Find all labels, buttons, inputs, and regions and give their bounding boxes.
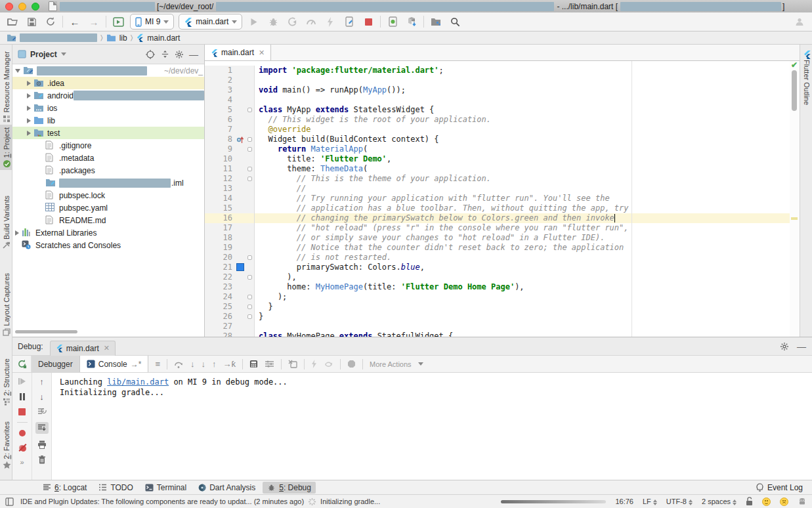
tree-item-external-libraries[interactable]: External Libraries <box>12 226 204 239</box>
resume-icon[interactable] <box>18 377 27 386</box>
code-line-1[interactable]: 1import 'package:flutter/material.dart'; <box>205 66 800 75</box>
code-line-10[interactable]: 10 title: 'Flutter Demo', <box>205 154 800 164</box>
profile-icon[interactable] <box>792 14 807 29</box>
status-message[interactable]: IDE and Plugin Updates: The following co… <box>20 497 304 505</box>
code-line-6[interactable]: 6 // This widget is the root of your app… <box>205 115 800 125</box>
locate-icon[interactable] <box>145 49 156 60</box>
code-line-11[interactable]: 11 theme: ThemeData( <box>205 164 800 174</box>
code-line-17[interactable]: 17 // "hot reload" (press "r" in the con… <box>205 223 800 233</box>
code-line-27[interactable]: 27 <box>205 322 800 331</box>
device-selector[interactable]: MI 9 <box>130 14 174 30</box>
tree-item-scratches-and-consoles[interactable]: Scratches and Consoles <box>12 239 204 251</box>
expand-arrow-icon[interactable] <box>27 118 31 123</box>
hide-icon[interactable]: — <box>796 341 807 352</box>
tree-item-project-root[interactable]: ~/dev/dev_ <box>12 64 204 77</box>
fold-marker-icon[interactable] <box>247 137 252 142</box>
avd-manager-icon[interactable] <box>385 14 400 29</box>
fold-marker-icon[interactable] <box>247 275 252 280</box>
expand-arrow-icon[interactable] <box>27 93 31 98</box>
crumb-lib[interactable]: lib <box>119 33 127 43</box>
stripe-button-resource-manager[interactable]: Resource Manager <box>0 49 12 125</box>
console-file-link[interactable]: lib/main.dart <box>107 377 169 387</box>
tab-console[interactable]: Console →* <box>80 356 149 372</box>
code-line-7[interactable]: 7 @override <box>205 125 800 135</box>
code-line-19[interactable]: 19 // Notice that the counter didn't res… <box>205 243 800 253</box>
step-over-icon[interactable] <box>174 360 184 368</box>
code-line-13[interactable]: 13 // <box>205 184 800 194</box>
down-stack-icon[interactable]: ↓ <box>37 392 47 401</box>
clear-all-icon[interactable] <box>37 455 47 464</box>
show-execution-point-icon[interactable]: ≡ <box>155 359 160 369</box>
stripe-button-2-favorites[interactable]: 2: Favorites <box>0 419 12 471</box>
expand-arrow-icon[interactable] <box>27 81 31 86</box>
code-line-12[interactable]: 12 // This is the theme of your applicat… <box>205 174 800 184</box>
step-out-icon[interactable]: ↑ <box>212 359 217 369</box>
pause-icon[interactable] <box>18 392 27 401</box>
rerun-icon[interactable] <box>12 356 32 372</box>
crumb-file[interactable]: main.dart <box>147 33 180 43</box>
project-title[interactable]: Project <box>30 50 57 59</box>
expand-arrow-icon[interactable] <box>27 106 31 111</box>
code-line-3[interactable]: 3void main() => runApp(MyApp()); <box>205 85 800 95</box>
layout-settings-icon[interactable] <box>265 360 274 368</box>
flutter-attach-icon[interactable] <box>347 360 356 368</box>
zoom-window-button[interactable] <box>32 3 39 11</box>
editor-body[interactable]: 1import 'package:flutter/material.dart';… <box>205 61 800 337</box>
attach-debugger-icon[interactable] <box>285 14 299 29</box>
hot-restart-icon[interactable] <box>324 360 333 368</box>
happy-face-icon[interactable] <box>762 497 771 506</box>
up-stack-icon[interactable]: ↑ <box>37 377 47 386</box>
status-progress-text[interactable]: Initializing gradle... <box>320 497 380 505</box>
expand-arrow-icon[interactable] <box>15 69 20 73</box>
code-line-21[interactable]: 21 primarySwatch: Colors.blue, <box>205 263 800 272</box>
horizontal-scrollbar[interactable] <box>15 330 77 333</box>
more-chevrons-icon[interactable]: » <box>18 457 27 467</box>
run-config-selector[interactable]: main.dart <box>179 14 242 30</box>
console-output[interactable]: Launching lib/main.dart on MI 9 in debug… <box>52 373 812 482</box>
sad-face-icon[interactable] <box>780 497 788 506</box>
expand-arrow-icon[interactable] <box>15 230 19 236</box>
stop-icon[interactable] <box>361 14 375 29</box>
hot-reload-icon[interactable] <box>323 14 337 29</box>
tree-item-.packages[interactable]: .packages <box>12 164 204 177</box>
view-breakpoints-icon[interactable] <box>18 429 27 438</box>
code-line-2[interactable]: 2 <box>205 75 800 85</box>
fold-marker-icon[interactable] <box>247 108 252 112</box>
code-line-4[interactable]: 4 <box>205 95 800 105</box>
project-structure-icon[interactable] <box>429 14 443 29</box>
close-icon[interactable]: ✕ <box>259 49 265 57</box>
minimize-window-button[interactable] <box>18 3 26 11</box>
clear-icon[interactable] <box>288 360 297 368</box>
caret-position[interactable]: 16:76 <box>615 497 633 505</box>
run-to-cursor-icon[interactable]: →ƙ <box>223 359 236 369</box>
fold-marker-icon[interactable] <box>247 147 252 152</box>
stripe-button-layout-captures[interactable]: Layout Captures <box>0 270 12 339</box>
tree-item-.gitignore[interactable]: .gitignore <box>12 139 204 152</box>
tree-item-pubspec.yaml[interactable]: pubspec.yaml <box>12 201 204 214</box>
fold-marker-icon[interactable] <box>247 314 252 319</box>
line-ending-selector[interactable]: LF <box>643 497 657 505</box>
code-line-26[interactable]: 26} <box>205 312 800 322</box>
tool-window-button-terminal[interactable]: Terminal <box>140 482 191 494</box>
forward-icon[interactable]: → <box>87 14 101 29</box>
gear-icon[interactable] <box>779 341 790 352</box>
tree-item-ios[interactable]: ios <box>12 102 204 114</box>
tree-item-test[interactable]: test <box>12 127 204 139</box>
stripe-button-1-project[interactable]: 1: Project <box>0 125 12 170</box>
fold-marker-icon[interactable] <box>247 167 252 171</box>
fold-marker-icon[interactable] <box>247 305 252 309</box>
run-window-icon[interactable] <box>111 14 125 29</box>
tree-item-android[interactable]: android <box>12 89 204 102</box>
step-into-icon[interactable]: ↓ <box>190 359 195 369</box>
stripe-button-build-variants[interactable]: Build Variants <box>0 193 12 252</box>
code-line-9[interactable]: 9 return MaterialApp( <box>205 144 800 154</box>
tree-item-lib[interactable]: lib <box>12 114 204 127</box>
debug-session-tab[interactable]: main.dart ✕ <box>50 341 116 356</box>
code-line-24[interactable]: 24 ); <box>205 292 800 302</box>
code-line-5[interactable]: 5class MyApp extends StatelessWidget { <box>205 105 800 115</box>
redacted-root-crumb[interactable] <box>20 33 97 42</box>
close-icon[interactable]: ✕ <box>104 344 110 352</box>
flutter-device-icon[interactable] <box>342 14 356 29</box>
code-line-22[interactable]: 22 ), <box>205 272 800 282</box>
gear-icon[interactable] <box>174 49 184 60</box>
